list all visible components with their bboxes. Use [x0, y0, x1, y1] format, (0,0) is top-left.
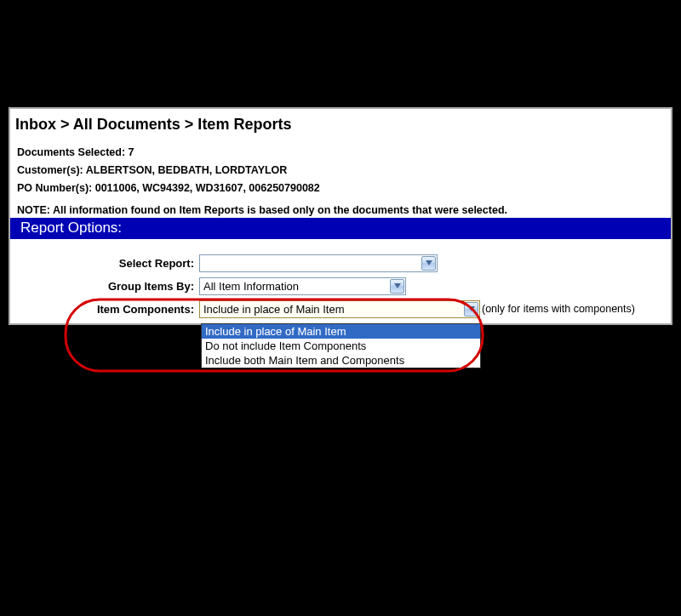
customers-line: Customer(s): ALBERTSON, BEDBATH, LORDTAY… [10, 163, 671, 181]
chevron-down-icon[interactable] [390, 279, 404, 294]
select-report-dropdown[interactable] [199, 254, 438, 272]
item-components-value: Include in place of Main Item [203, 303, 344, 316]
chevron-down-icon[interactable] [464, 302, 478, 317]
report-panel: Inbox > All Documents > Item Reports Doc… [9, 107, 672, 325]
group-items-dropdown[interactable]: All Item Information [199, 277, 406, 295]
group-items-value: All Item Information [203, 280, 299, 293]
po-numbers-line: PO Number(s): 0011006, WC94392, WD31607,… [10, 181, 671, 199]
documents-selected: Documents Selected: 7 [10, 145, 671, 163]
item-components-label: Item Components: [10, 303, 199, 316]
item-components-option[interactable]: Do not include Item Components [202, 339, 480, 353]
note-text: NOTE: All information found on Item Repo… [10, 199, 671, 218]
select-report-label: Select Report: [10, 257, 199, 270]
report-options-header: Report Options: [10, 218, 671, 239]
form-area: Select Report: Group Items By: All Item … [10, 239, 671, 318]
item-components-option[interactable]: Include in place of Main Item [202, 324, 480, 339]
item-components-listbox[interactable]: Include in place of Main Item Do not inc… [201, 323, 481, 368]
breadcrumb: Inbox > All Documents > Item Reports [10, 109, 671, 145]
item-components-helper: (only for items with components) [482, 303, 635, 315]
group-items-label: Group Items By: [10, 280, 199, 293]
chevron-down-icon[interactable] [421, 256, 436, 271]
item-components-dropdown[interactable]: Include in place of Main Item [199, 300, 480, 318]
item-components-option[interactable]: Include both Main Item and Components [202, 353, 480, 368]
